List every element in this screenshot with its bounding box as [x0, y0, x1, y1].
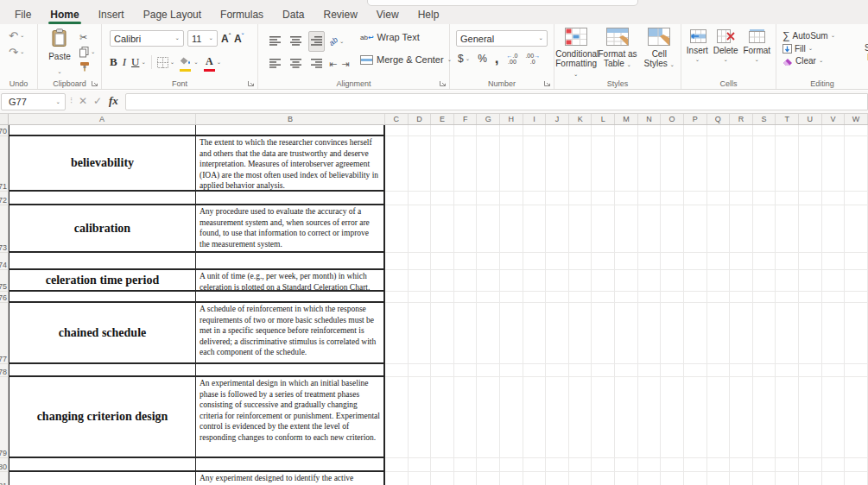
empty-cell-u76[interactable]: [799, 292, 822, 303]
empty-cell-h78[interactable]: [500, 364, 523, 377]
empty-cell-o73[interactable]: [661, 205, 684, 253]
empty-cell-v74[interactable]: [822, 253, 846, 270]
empty-cell-w76[interactable]: [845, 292, 868, 303]
empty-cell-p76[interactable]: [684, 292, 707, 303]
empty-cell-l76[interactable]: [592, 292, 615, 303]
term-cell-a76[interactable]: [9, 292, 196, 303]
empty-cell-e70[interactable]: [431, 125, 454, 136]
empty-cell-f71[interactable]: [454, 136, 478, 192]
term-cell-a81[interactable]: [9, 472, 196, 485]
empty-cell-t76[interactable]: [776, 292, 799, 303]
empty-cell-q79[interactable]: [707, 377, 731, 458]
empty-cell-v76[interactable]: [822, 292, 846, 303]
accounting-format-button[interactable]: $⌄: [458, 53, 470, 65]
empty-cell-e80[interactable]: [431, 458, 454, 472]
increase-decimal-button[interactable]: ←.0.00: [507, 53, 518, 65]
empty-cell-j70[interactable]: [546, 125, 569, 136]
term-cell-a71[interactable]: believability: [9, 136, 196, 192]
empty-cell-m70[interactable]: [615, 125, 638, 136]
empty-cell-h70[interactable]: [500, 125, 523, 136]
empty-cell-k74[interactable]: [569, 253, 592, 270]
empty-cell-l75[interactable]: [592, 270, 615, 292]
empty-cell-d75[interactable]: [409, 270, 432, 292]
empty-cell-w79[interactable]: [845, 377, 868, 458]
empty-cell-i76[interactable]: [523, 292, 547, 303]
definition-cell-b78[interactable]: [196, 364, 385, 377]
empty-cell-w75[interactable]: [845, 270, 868, 292]
column-header-v[interactable]: V: [822, 114, 846, 124]
empty-cell-m79[interactable]: [615, 377, 638, 458]
empty-cell-o72[interactable]: [661, 192, 684, 205]
empty-cell-c70[interactable]: [385, 125, 409, 136]
empty-cell-l72[interactable]: [592, 192, 615, 205]
empty-cell-k72[interactable]: [569, 192, 592, 205]
empty-cell-i71[interactable]: [523, 136, 547, 192]
empty-cell-h80[interactable]: [500, 458, 523, 472]
empty-cell-l70[interactable]: [592, 125, 615, 136]
empty-cell-t79[interactable]: [776, 377, 799, 458]
empty-cell-v77[interactable]: [822, 303, 846, 364]
empty-cell-d71[interactable]: [409, 136, 432, 192]
empty-cell-v75[interactable]: [822, 270, 846, 292]
empty-cell-l77[interactable]: [592, 303, 615, 364]
cut-button[interactable]: ✂: [79, 32, 95, 43]
empty-cell-d70[interactable]: [409, 125, 432, 136]
empty-cell-i72[interactable]: [523, 192, 547, 205]
empty-cell-t78[interactable]: [776, 364, 799, 377]
empty-cell-g73[interactable]: [477, 205, 500, 253]
empty-cell-l81[interactable]: [592, 472, 615, 485]
tab-home[interactable]: Home: [41, 7, 88, 24]
empty-cell-h71[interactable]: [500, 136, 523, 192]
column-header-h[interactable]: H: [500, 114, 523, 124]
conditional-formatting-button[interactable]: Conditional Formatting ⌄: [555, 28, 596, 78]
empty-cell-o71[interactable]: [661, 136, 684, 192]
empty-cell-w81[interactable]: [845, 472, 868, 485]
column-header-u[interactable]: U: [799, 114, 822, 124]
empty-cell-n81[interactable]: [638, 472, 662, 485]
empty-cell-m74[interactable]: [615, 253, 638, 270]
empty-cell-c80[interactable]: [385, 458, 409, 472]
empty-cell-r81[interactable]: [730, 472, 753, 485]
empty-cell-t75[interactable]: [776, 270, 799, 292]
empty-cell-o79[interactable]: [661, 377, 684, 458]
empty-cell-w73[interactable]: [845, 205, 868, 253]
cancel-icon[interactable]: ✕: [79, 95, 87, 107]
column-header-n[interactable]: N: [638, 114, 662, 124]
empty-cell-g81[interactable]: [477, 472, 500, 485]
term-cell-a79[interactable]: changing criterion design: [9, 377, 196, 458]
definition-cell-b74[interactable]: [196, 253, 385, 270]
empty-cell-u71[interactable]: [799, 136, 822, 192]
empty-cell-w72[interactable]: [845, 192, 868, 205]
definition-cell-b80[interactable]: [196, 458, 385, 472]
empty-cell-v72[interactable]: [822, 192, 846, 205]
row-header-72[interactable]: 72: [0, 192, 9, 205]
empty-cell-u80[interactable]: [799, 458, 822, 472]
empty-cell-m71[interactable]: [615, 136, 638, 192]
percent-style-button[interactable]: %: [478, 53, 487, 65]
row-header-81[interactable]: 81: [0, 472, 9, 485]
empty-cell-e71[interactable]: [431, 136, 454, 192]
empty-cell-r73[interactable]: [730, 205, 753, 253]
empty-cell-r72[interactable]: [730, 192, 753, 205]
paste-button[interactable]: Paste ⌄: [45, 28, 74, 77]
empty-cell-v70[interactable]: [822, 125, 846, 136]
empty-cell-i70[interactable]: [523, 125, 547, 136]
empty-cell-p80[interactable]: [684, 458, 707, 472]
empty-cell-h75[interactable]: [500, 270, 523, 292]
empty-cell-j76[interactable]: [546, 292, 569, 303]
empty-cell-c72[interactable]: [385, 192, 409, 205]
clear-button[interactable]: Clear ⌄: [782, 56, 835, 66]
empty-cell-w77[interactable]: [845, 303, 868, 364]
empty-cell-d76[interactable]: [409, 292, 432, 303]
column-header-e[interactable]: E: [431, 114, 454, 124]
empty-cell-v79[interactable]: [822, 377, 846, 458]
comma-style-button[interactable]: ,: [495, 55, 499, 62]
empty-cell-j81[interactable]: [546, 472, 569, 485]
empty-cell-k76[interactable]: [569, 292, 592, 303]
empty-cell-g75[interactable]: [477, 270, 500, 292]
empty-cell-q70[interactable]: [707, 125, 731, 136]
empty-cell-p73[interactable]: [684, 205, 707, 253]
format-cells-button[interactable]: Format ⌄: [743, 29, 770, 63]
empty-cell-q78[interactable]: [707, 364, 731, 377]
shrink-font-button[interactable]: Aˇ: [234, 33, 244, 44]
